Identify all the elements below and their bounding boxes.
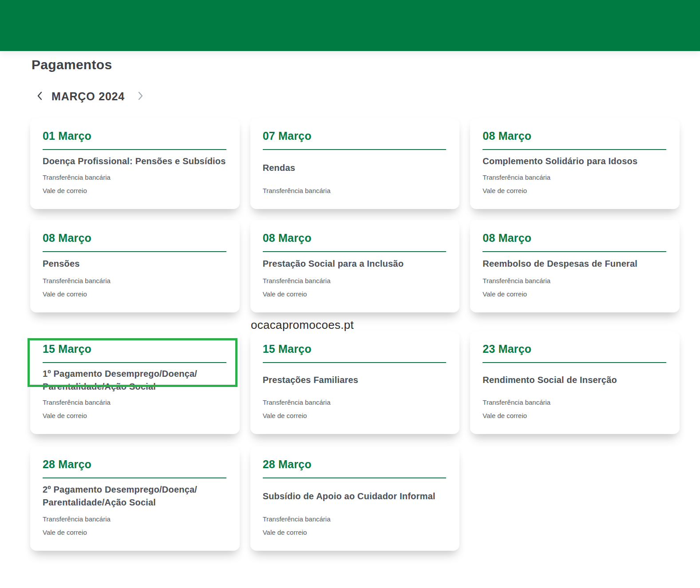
payment-card: 23 Março Rendimento Social de Inserção T… bbox=[470, 331, 680, 434]
payment-date: 08 Março bbox=[482, 231, 666, 245]
payment-card: 01 Março Doença Profissional: Pensões e … bbox=[30, 118, 240, 209]
payment-method: Transferência bancária bbox=[43, 398, 226, 408]
payment-method: Vale de correio bbox=[263, 411, 447, 421]
payment-date: 08 Março bbox=[43, 231, 226, 245]
payment-card: 15 Março Prestações Familiares Transferê… bbox=[250, 331, 460, 434]
payment-card: 07 Março Rendas Transferência bancária bbox=[250, 118, 460, 209]
payment-method: Vale de correio bbox=[482, 411, 666, 421]
payment-title: Complemento Solidário para Idosos bbox=[482, 155, 637, 168]
month-label: MARÇO 2024 bbox=[51, 90, 125, 103]
payment-method: Transferência bancária bbox=[482, 276, 666, 286]
payment-method: Vale de correio bbox=[482, 186, 666, 196]
payment-date: 28 Março bbox=[263, 457, 447, 472]
payment-card: 08 Março Prestação Social para a Inclusã… bbox=[250, 220, 460, 312]
header-bar bbox=[0, 0, 700, 51]
payment-title: Rendas bbox=[263, 162, 295, 174]
payment-card: 08 Março Complemento Solidário para Idos… bbox=[470, 118, 680, 209]
payment-date: 07 Março bbox=[263, 129, 447, 143]
payment-methods: Transferência bancária bbox=[263, 186, 447, 200]
payment-date: 23 Março bbox=[482, 342, 666, 356]
payment-card-highlighted: 15 Março 1º Pagamento Desemprego/Doença/… bbox=[30, 331, 240, 434]
payment-method: Vale de correio bbox=[482, 289, 666, 300]
payment-method: Vale de correio bbox=[43, 528, 226, 538]
payment-methods: Transferência bancária Vale de correio bbox=[263, 514, 447, 541]
payment-method: Transferência bancária bbox=[43, 276, 226, 286]
payment-date: 15 Março bbox=[43, 342, 226, 356]
payment-title: Reembolso de Despesas de Funeral bbox=[482, 257, 637, 270]
payments-grid: 01 Março Doença Profissional: Pensões e … bbox=[30, 118, 680, 551]
month-navigation: MARÇO 2024 bbox=[35, 90, 700, 103]
payment-methods: Transferência bancária Vale de correio bbox=[482, 276, 666, 303]
chevron-left-icon bbox=[37, 91, 43, 102]
payment-title: Doença Profissional: Pensões e Subsídios bbox=[43, 155, 226, 168]
page-title: Pagamentos bbox=[32, 57, 700, 72]
payment-method: Transferência bancária bbox=[263, 398, 447, 408]
payment-card: 28 Março Subsídio de Apoio ao Cuidador I… bbox=[250, 446, 460, 551]
payment-date: 28 Março bbox=[43, 457, 226, 472]
payment-method: Transferência bancária bbox=[263, 186, 447, 196]
payment-card: 08 Março Reembolso de Despesas de Funera… bbox=[470, 220, 680, 312]
payment-title: 2º Pagamento Desemprego/Doença/ Parental… bbox=[43, 483, 197, 509]
payment-title: Prestações Familiares bbox=[263, 374, 358, 387]
payment-method: Transferência bancária bbox=[482, 173, 666, 183]
payment-method: Vale de correio bbox=[43, 289, 226, 300]
payment-method: Vale de correio bbox=[43, 186, 226, 196]
next-month-button[interactable] bbox=[135, 91, 145, 103]
payments-page: Pagamentos MARÇO 2024 01 Março Doença Pr… bbox=[0, 0, 700, 588]
payment-methods: Transferência bancária Vale de correio bbox=[263, 276, 447, 303]
chevron-right-icon bbox=[138, 91, 143, 102]
payment-date: 01 Março bbox=[43, 129, 226, 143]
payment-date: 08 Março bbox=[263, 231, 447, 245]
payment-method: Transferência bancária bbox=[482, 398, 666, 408]
payment-method: Transferência bancária bbox=[43, 173, 226, 183]
payment-methods: Transferência bancária Vale de correio bbox=[482, 398, 666, 424]
payment-card: 08 Março Pensões Transferência bancária … bbox=[30, 220, 240, 312]
payment-methods: Transferência bancária Vale de correio bbox=[43, 173, 226, 199]
payment-methods: Transferência bancária Vale de correio bbox=[263, 398, 447, 424]
previous-month-button[interactable] bbox=[35, 91, 44, 103]
payment-title: Subsídio de Apoio ao Cuidador Informal bbox=[263, 490, 435, 503]
payment-method: Transferência bancária bbox=[263, 276, 447, 286]
payment-methods: Transferência bancária Vale de correio bbox=[43, 514, 226, 541]
payment-method: Vale de correio bbox=[263, 289, 447, 300]
payment-methods: Transferência bancária Vale de correio bbox=[43, 398, 226, 424]
payment-title: Prestação Social para a Inclusão bbox=[263, 257, 404, 270]
payment-title: Rendimento Social de Inserção bbox=[482, 374, 617, 387]
payment-title: Pensões bbox=[43, 257, 80, 270]
payment-date: 08 Março bbox=[482, 129, 666, 143]
payment-method: Transferência bancária bbox=[43, 514, 226, 525]
payment-method: Vale de correio bbox=[263, 528, 447, 538]
payment-method: Transferência bancária bbox=[263, 514, 447, 525]
payment-title: 1º Pagamento Desemprego/Doença/ Parental… bbox=[43, 367, 197, 393]
payment-card: 28 Março 2º Pagamento Desemprego/Doença/… bbox=[30, 446, 240, 551]
watermark-text: ocacapromocoes.pt bbox=[251, 318, 354, 332]
payment-date: 15 Março bbox=[263, 342, 447, 356]
payment-methods: Transferência bancária Vale de correio bbox=[482, 173, 666, 199]
payment-methods: Transferência bancária Vale de correio bbox=[43, 276, 226, 303]
payment-method: Vale de correio bbox=[43, 411, 226, 421]
